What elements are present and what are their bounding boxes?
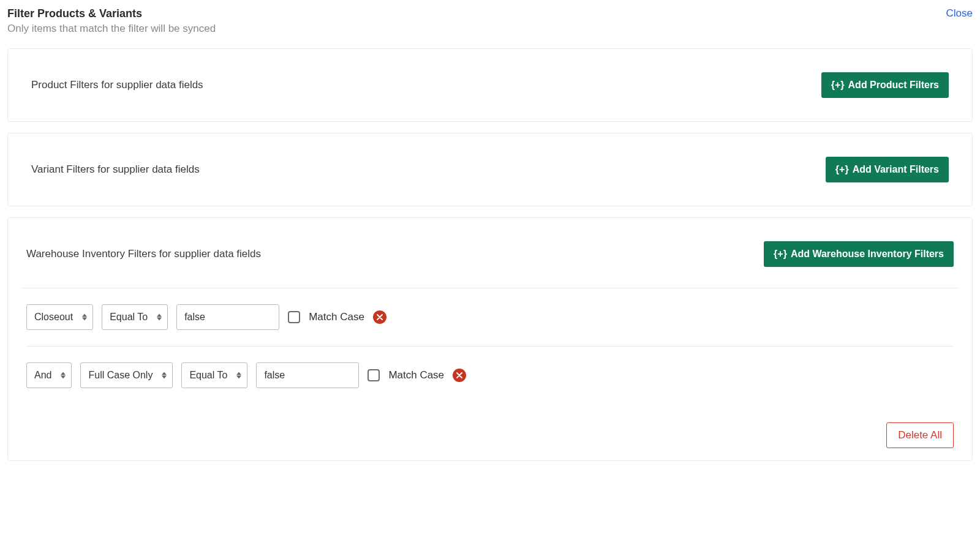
- match-case-label: Match Case: [309, 311, 364, 323]
- match-case-checkbox[interactable]: [288, 311, 300, 323]
- value-input[interactable]: [256, 362, 359, 388]
- product-filters-card: Product Filters for supplier data fields…: [7, 48, 973, 122]
- field-select[interactable]: Closeout: [26, 304, 93, 330]
- plus-braces-icon: {+}: [831, 80, 845, 91]
- delete-all-button[interactable]: Delete All: [886, 422, 954, 448]
- add-product-filters-button[interactable]: {+} Add Product Filters: [821, 72, 949, 98]
- operator-select[interactable]: Equal To: [181, 362, 247, 388]
- match-case-label: Match Case: [388, 369, 444, 381]
- delete-row-button[interactable]: [373, 310, 386, 324]
- value-input[interactable]: [176, 304, 279, 330]
- page-subtitle: Only items that match the filter will be…: [7, 23, 973, 35]
- filter-row: Closeout Equal To Match Case: [26, 288, 954, 347]
- operator-select-value: Equal To: [189, 370, 227, 381]
- add-variant-filters-button[interactable]: {+} Add Variant Filters: [826, 157, 949, 182]
- page-title: Filter Products & Variants: [7, 7, 142, 20]
- delete-row-button[interactable]: [453, 369, 466, 382]
- inventory-filters-title: Warehouse Inventory Filters for supplier…: [26, 248, 261, 260]
- plus-braces-icon: {+}: [774, 249, 787, 260]
- filter-row: And Full Case Only Equal To Match Case: [26, 347, 954, 404]
- logic-select-value: And: [34, 370, 51, 381]
- add-variant-filters-label: Add Variant Filters: [853, 164, 939, 175]
- add-inventory-filters-label: Add Warehouse Inventory Filters: [791, 249, 944, 260]
- product-filters-title: Product Filters for supplier data fields: [31, 79, 203, 91]
- plus-braces-icon: {+}: [835, 164, 849, 175]
- close-link[interactable]: Close: [946, 7, 973, 20]
- operator-select[interactable]: Equal To: [102, 304, 168, 330]
- logic-select[interactable]: And: [26, 362, 72, 388]
- field-select-value: Full Case Only: [88, 370, 153, 381]
- add-product-filters-label: Add Product Filters: [848, 80, 939, 91]
- operator-select-value: Equal To: [110, 312, 148, 323]
- close-icon: [377, 314, 383, 320]
- variant-filters-title: Variant Filters for supplier data fields: [31, 163, 200, 176]
- close-icon: [456, 372, 462, 378]
- inventory-filters-card: Warehouse Inventory Filters for supplier…: [7, 217, 973, 461]
- variant-filters-card: Variant Filters for supplier data fields…: [7, 133, 973, 206]
- add-inventory-filters-button[interactable]: {+} Add Warehouse Inventory Filters: [764, 241, 954, 267]
- field-select[interactable]: Full Case Only: [80, 362, 173, 388]
- field-select-value: Closeout: [34, 312, 73, 323]
- match-case-checkbox[interactable]: [368, 369, 380, 381]
